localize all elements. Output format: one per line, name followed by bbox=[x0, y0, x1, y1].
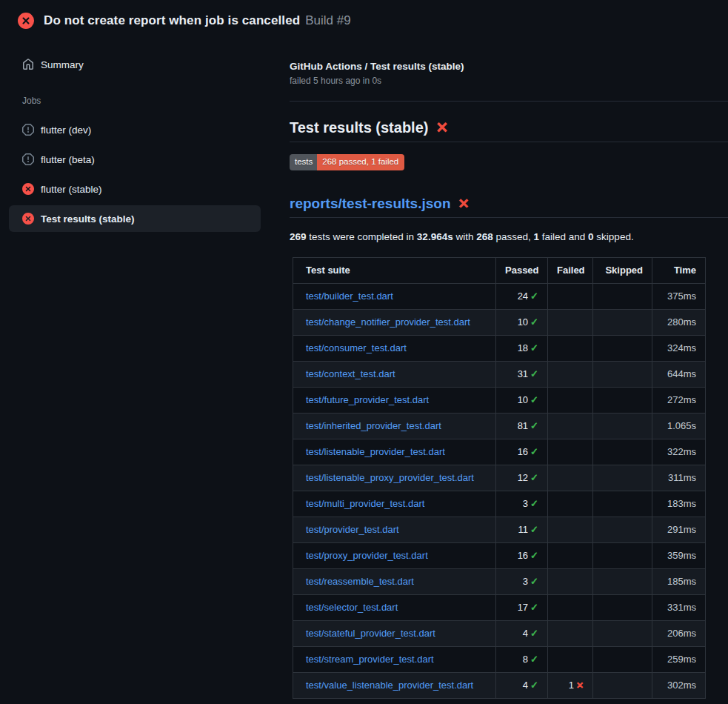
failed-cell bbox=[548, 335, 593, 361]
skipped-cell bbox=[593, 620, 652, 646]
passed-cell: 24✓ bbox=[496, 283, 548, 309]
check-icon: ✓ bbox=[530, 446, 538, 457]
skipped-cell bbox=[593, 413, 652, 439]
passed-count: 10 bbox=[518, 394, 528, 405]
test-suite-link[interactable]: test/selector_test.dart bbox=[306, 602, 398, 613]
check-icon: ✓ bbox=[530, 498, 538, 509]
time-cell: 311ms bbox=[652, 465, 706, 491]
passed-cell: 16✓ bbox=[496, 542, 548, 568]
passed-count: 268 bbox=[476, 231, 493, 242]
passed-count: 3 bbox=[523, 498, 528, 509]
table-row: test/change_notifier_provider_test.dart1… bbox=[293, 309, 706, 335]
summary-text: skipped. bbox=[594, 231, 634, 242]
skipped-cell bbox=[593, 309, 652, 335]
table-row: test/value_listenable_provider_test.dart… bbox=[293, 672, 706, 698]
passed-count: 12 bbox=[518, 472, 528, 483]
breadcrumb: GitHub Actions / Test results (stable) bbox=[290, 61, 728, 72]
passed-cell: 81✓ bbox=[496, 413, 548, 439]
failed-cell bbox=[548, 387, 593, 413]
check-icon: ✓ bbox=[530, 368, 538, 379]
failed-cell bbox=[548, 491, 593, 517]
x-icon: ✕ bbox=[576, 680, 584, 691]
test-suite-link[interactable]: test/change_notifier_provider_test.dart bbox=[306, 316, 470, 328]
passed-count: 17 bbox=[518, 602, 528, 613]
col-passed: Passed bbox=[496, 257, 548, 283]
sidebar-job-item[interactable]: flutter (stable) bbox=[9, 176, 261, 202]
test-suite-link[interactable]: test/provider_test.dart bbox=[306, 524, 399, 535]
time-cell: 280ms bbox=[652, 309, 706, 335]
sidebar-job-item[interactable]: Test results (stable) bbox=[9, 205, 261, 232]
time-cell: 272ms bbox=[652, 387, 706, 413]
table-row: test/context_test.dart31✓644ms bbox=[293, 361, 706, 387]
test-suite-link[interactable]: test/value_listenable_provider_test.dart bbox=[306, 680, 473, 691]
test-suite-link[interactable]: test/stateful_provider_test.dart bbox=[306, 628, 435, 639]
job-list: flutter (dev)flutter (beta)flutter (stab… bbox=[9, 116, 290, 232]
report-file-link[interactable]: reports/test-results.json bbox=[290, 195, 451, 213]
table-row: test/selector_test.dart17✓331ms bbox=[293, 594, 706, 620]
skipped-cell bbox=[593, 594, 652, 620]
skipped-cell bbox=[593, 335, 652, 361]
jobs-section-label: Jobs bbox=[22, 96, 290, 106]
test-suite-link[interactable]: test/reassemble_test.dart bbox=[306, 576, 414, 587]
test-suite-link[interactable]: test/consumer_test.dart bbox=[306, 342, 407, 353]
failed-cell bbox=[548, 465, 593, 491]
sidebar-job-item[interactable]: flutter (dev) bbox=[9, 116, 261, 143]
table-header-row: Test suite Passed Failed Skipped Time bbox=[293, 257, 706, 283]
table-row: test/reassemble_test.dart3✓185ms bbox=[293, 568, 706, 594]
check-icon: ✓ bbox=[530, 628, 538, 639]
failed-cell bbox=[548, 517, 593, 542]
passed-count: 18 bbox=[518, 342, 528, 353]
col-failed: Failed bbox=[548, 257, 593, 283]
table-row: test/listenable_provider_test.dart16✓322… bbox=[293, 439, 706, 465]
section-title: Test results (stable) bbox=[290, 118, 428, 137]
test-suite-link[interactable]: test/listenable_proxy_provider_test.dart bbox=[306, 472, 474, 483]
col-time: Time bbox=[652, 257, 706, 283]
table-row: test/future_provider_test.dart10✓272ms bbox=[293, 387, 706, 413]
report-heading: reports/test-results.json ✕ bbox=[290, 195, 728, 218]
time-cell: 185ms bbox=[652, 568, 706, 594]
test-suite-link[interactable]: test/stream_provider_test.dart bbox=[306, 654, 434, 665]
time-cell: 322ms bbox=[652, 439, 706, 465]
check-icon: ✓ bbox=[530, 576, 538, 587]
sidebar-job-item[interactable]: flutter (beta) bbox=[9, 146, 261, 173]
test-suite-link[interactable]: test/proxy_provider_test.dart bbox=[306, 550, 428, 561]
run-build-number: Build #9 bbox=[305, 13, 350, 27]
passed-count: 16 bbox=[518, 446, 528, 457]
time-cell: 291ms bbox=[652, 517, 706, 542]
skipped-cell bbox=[593, 387, 652, 413]
test-suite-link[interactable]: test/future_provider_test.dart bbox=[306, 394, 429, 405]
summary-text: passed, bbox=[493, 231, 534, 242]
home-icon bbox=[22, 59, 34, 70]
x-circle-icon bbox=[22, 213, 34, 225]
failed-cell bbox=[548, 439, 593, 465]
section-heading: Test results (stable) ✕ bbox=[290, 118, 728, 142]
test-suite-link[interactable]: test/listenable_provider_test.dart bbox=[306, 446, 445, 457]
passed-cell: 10✓ bbox=[496, 309, 548, 335]
test-suite-link[interactable]: test/builder_test.dart bbox=[306, 290, 393, 302]
failed-cell bbox=[548, 413, 593, 439]
check-icon: ✓ bbox=[530, 680, 538, 691]
time-cell: 302ms bbox=[652, 672, 706, 698]
test-suite-link[interactable]: test/multi_provider_test.dart bbox=[306, 498, 424, 509]
skipped-count: 0 bbox=[588, 231, 594, 242]
test-suite-link[interactable]: test/context_test.dart bbox=[306, 368, 395, 379]
failed-x-icon: ✕ bbox=[435, 119, 448, 136]
sidebar: Summary Jobs flutter (dev)flutter (beta)… bbox=[0, 51, 290, 235]
table-row: test/consumer_test.dart18✓324ms bbox=[293, 335, 706, 361]
sidebar-item-summary[interactable]: Summary bbox=[9, 51, 261, 78]
test-suite-link[interactable]: test/inherited_provider_test.dart bbox=[306, 420, 441, 431]
passed-cell: 11✓ bbox=[496, 517, 548, 542]
passed-count: 31 bbox=[518, 368, 528, 379]
failed-cell bbox=[548, 620, 593, 646]
skipped-cell bbox=[593, 672, 652, 698]
failed-cell bbox=[548, 283, 593, 309]
passed-cell: 4✓ bbox=[496, 620, 548, 646]
check-icon: ✓ bbox=[530, 420, 538, 431]
time-cell: 331ms bbox=[652, 594, 706, 620]
passed-count: 24 bbox=[518, 290, 528, 302]
check-icon: ✓ bbox=[530, 602, 538, 613]
passed-count: 81 bbox=[518, 420, 528, 431]
skipped-cell bbox=[593, 361, 652, 387]
passed-count: 4 bbox=[523, 680, 528, 691]
passed-cell: 10✓ bbox=[496, 387, 548, 413]
